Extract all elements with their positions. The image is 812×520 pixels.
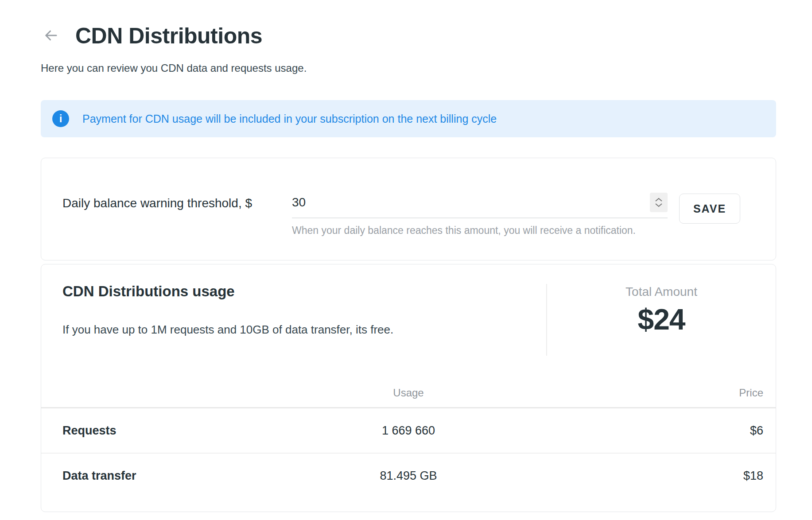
threshold-input-wrap: When your daily balance reaches this amo…: [292, 193, 668, 237]
quantity-stepper[interactable]: [650, 193, 668, 212]
billing-info-banner: i Payment for CDN usage will be included…: [41, 100, 776, 137]
cdn-distributions-page: CDN Distributions Here you can review yo…: [0, 0, 812, 520]
usage-card-top: CDN Distributions usage If you have up t…: [41, 264, 776, 356]
threshold-label: Daily balance warning threshold, $: [62, 193, 292, 210]
usage-title: CDN Distributions usage: [62, 283, 546, 300]
threshold-row: Daily balance warning threshold, $: [62, 193, 740, 237]
row-usage: 1 669 660: [286, 424, 531, 438]
page-header: CDN Distributions: [41, 23, 776, 49]
threshold-card: Daily balance warning threshold, $: [41, 158, 776, 260]
threshold-input[interactable]: [292, 195, 650, 210]
threshold-input-line: [292, 193, 668, 218]
usage-card-left: CDN Distributions usage If you have up t…: [41, 264, 546, 356]
row-price: $6: [531, 424, 776, 438]
threshold-helper-text: When your daily balance reaches this amo…: [292, 225, 668, 237]
save-button[interactable]: SAVE: [679, 194, 740, 224]
billing-info-text: Payment for CDN usage will be included i…: [82, 113, 497, 125]
table-header-row: Usage Price: [41, 379, 776, 408]
arrow-left-icon: [43, 27, 59, 45]
table-header-usage: Usage: [286, 387, 531, 399]
table-row-data-transfer: Data transfer 81.495 GB $18: [41, 453, 776, 498]
total-amount-label: Total Amount: [547, 285, 776, 299]
usage-table: Usage Price Requests 1 669 660 $6 Data t…: [41, 379, 776, 498]
row-usage: 81.495 GB: [286, 469, 531, 483]
table-row-requests: Requests 1 669 660 $6: [41, 408, 776, 453]
chevron-down-icon[interactable]: [655, 203, 663, 207]
row-price: $18: [531, 469, 776, 483]
back-button[interactable]: [41, 26, 61, 46]
chevron-up-icon[interactable]: [655, 198, 663, 202]
total-amount-value: $24: [547, 303, 776, 336]
table-header-price: Price: [531, 387, 776, 399]
info-icon: i: [52, 110, 69, 127]
usage-description: If you have up to 1M requests and 10GB o…: [62, 323, 546, 337]
row-name: Data transfer: [41, 469, 286, 483]
page-subtitle: Here you can review you CDN data and req…: [41, 62, 776, 74]
row-name: Requests: [41, 424, 286, 438]
total-amount-block: Total Amount $24: [547, 264, 776, 356]
usage-card: CDN Distributions usage If you have up t…: [41, 264, 776, 512]
page-title: CDN Distributions: [75, 23, 262, 49]
